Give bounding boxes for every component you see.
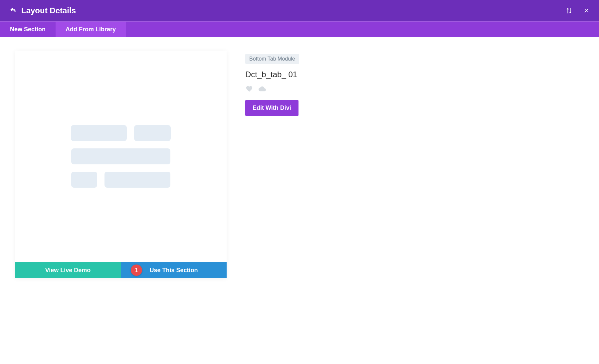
favorite-button[interactable] xyxy=(245,85,253,94)
tab-row: New Section Add From Library xyxy=(0,21,599,37)
module-tag: Bottom Tab Module xyxy=(245,54,299,64)
page-title: Layout Details xyxy=(21,6,76,15)
card-actions: View Live Demo 1 Use This Section xyxy=(15,262,227,278)
preview-placeholder xyxy=(15,51,227,262)
use-this-section-button[interactable]: 1 Use This Section xyxy=(121,262,227,278)
undo-icon xyxy=(10,7,17,14)
placeholder-block xyxy=(134,125,171,141)
placeholder-row xyxy=(71,172,170,188)
cloud-button[interactable] xyxy=(257,85,267,94)
layout-name: Dct_b_tab_ 01 xyxy=(245,70,297,79)
heart-icon xyxy=(245,85,253,92)
top-bar-left: Layout Details xyxy=(8,5,76,16)
placeholder-row xyxy=(71,125,171,141)
placeholder-block xyxy=(104,172,170,188)
tab-new-section[interactable]: New Section xyxy=(0,22,56,37)
icon-row xyxy=(245,85,267,94)
placeholder-block xyxy=(71,125,127,141)
preview-card: View Live Demo 1 Use This Section xyxy=(15,51,227,278)
back-button[interactable] xyxy=(8,5,19,16)
cloud-icon xyxy=(257,85,267,92)
top-bar-right xyxy=(564,6,591,15)
placeholder-block xyxy=(71,148,170,164)
tab-add-from-library[interactable]: Add From Library xyxy=(56,22,126,37)
placeholder-block xyxy=(71,172,97,188)
placeholder-row xyxy=(71,148,170,164)
close-button[interactable] xyxy=(582,6,591,15)
step-badge: 1 xyxy=(131,265,142,276)
view-live-demo-button[interactable]: View Live Demo xyxy=(15,262,121,278)
use-section-label: Use This Section xyxy=(149,267,198,274)
top-bar: Layout Details xyxy=(0,0,599,21)
content-area: View Live Demo 1 Use This Section Bottom… xyxy=(0,37,599,278)
sort-button[interactable] xyxy=(564,6,574,15)
sort-arrows-icon xyxy=(565,7,573,14)
side-panel: Bottom Tab Module Dct_b_tab_ 01 Edit Wit… xyxy=(245,51,299,116)
close-icon xyxy=(583,7,590,14)
edit-with-divi-button[interactable]: Edit With Divi xyxy=(245,100,299,116)
